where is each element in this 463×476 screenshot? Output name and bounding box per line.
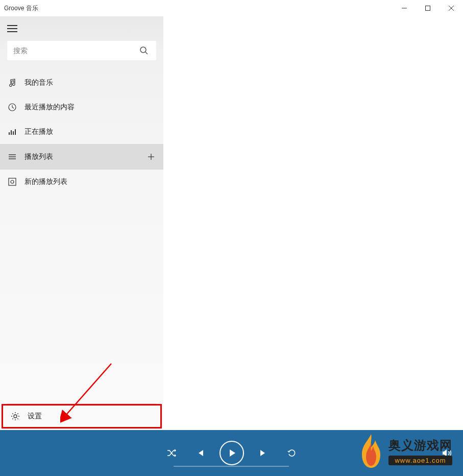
svg-rect-12: [15, 129, 16, 135]
volume-area: [437, 430, 456, 476]
repeat-icon: [287, 448, 297, 458]
nav-label: 最近播放的内容: [25, 103, 156, 112]
svg-rect-11: [13, 131, 14, 135]
shuffle-button[interactable]: [162, 444, 181, 462]
window-controls: [393, 0, 463, 16]
search-button[interactable]: [138, 46, 150, 55]
equalizer-icon: [7, 127, 17, 137]
add-playlist-button[interactable]: [146, 152, 156, 162]
search-input[interactable]: [13, 46, 138, 55]
plus-icon: [147, 153, 155, 161]
play-icon: [227, 448, 237, 458]
nav-recent[interactable]: 最近播放的内容: [0, 95, 163, 120]
main-content: [163, 16, 463, 430]
play-button[interactable]: [220, 441, 244, 465]
app-body: 我的音乐 最近播放的内容 正在播放 播放列表: [0, 16, 463, 430]
hamburger-icon: [7, 25, 17, 26]
search-icon: [139, 46, 149, 55]
svg-line-5: [145, 52, 148, 54]
playlist-icon: [7, 152, 17, 162]
minimize-button[interactable]: [393, 0, 416, 16]
hamburger-row: [0, 16, 163, 41]
svg-rect-18: [9, 178, 16, 185]
music-note-icon: [7, 78, 17, 88]
svg-point-4: [140, 47, 146, 53]
skip-previous-icon: [195, 448, 205, 458]
search-row: [0, 41, 163, 64]
maximize-button[interactable]: [416, 0, 440, 16]
close-icon: [449, 6, 454, 11]
clock-icon: [7, 102, 17, 112]
nav-list: 我的音乐 最近播放的内容 正在播放 播放列表: [0, 64, 163, 194]
progress-bar[interactable]: [174, 466, 289, 467]
shuffle-icon: [166, 448, 177, 458]
svg-point-19: [11, 180, 14, 183]
maximize-icon: [425, 6, 430, 11]
window-title: Groove 音乐: [4, 4, 38, 13]
player-controls: [162, 441, 301, 465]
svg-rect-10: [11, 130, 12, 135]
search-box[interactable]: [7, 41, 156, 60]
previous-button[interactable]: [191, 444, 209, 462]
svg-line-8: [12, 107, 14, 108]
volume-icon: [441, 447, 452, 459]
nav-my-music[interactable]: 我的音乐: [0, 70, 163, 95]
svg-rect-1: [426, 6, 430, 11]
volume-button[interactable]: [437, 444, 456, 462]
svg-point-21: [14, 415, 17, 418]
minimize-icon: [402, 6, 407, 11]
nav-label: 设置: [28, 412, 153, 421]
nav-new-playlist[interactable]: 新的播放列表: [0, 170, 163, 194]
nav-label: 新的播放列表: [25, 177, 156, 186]
nav-label: 正在播放: [25, 127, 156, 136]
nav-playlists[interactable]: 播放列表: [0, 145, 163, 169]
nav-now-playing[interactable]: 正在播放: [0, 120, 163, 144]
repeat-button[interactable]: [283, 444, 301, 462]
nav-label: 我的音乐: [25, 78, 156, 87]
nav-settings[interactable]: 设置: [2, 404, 162, 429]
gear-icon: [10, 411, 20, 421]
svg-rect-9: [9, 132, 10, 135]
titlebar: Groove 音乐: [0, 0, 463, 16]
nav-label: 播放列表: [25, 152, 146, 161]
hamburger-button[interactable]: [7, 25, 17, 32]
sidebar: 我的音乐 最近播放的内容 正在播放 播放列表: [0, 16, 163, 430]
skip-next-icon: [258, 448, 269, 458]
next-button[interactable]: [254, 444, 273, 462]
sidebar-bottom: 设置: [0, 403, 163, 430]
player-bar: [0, 430, 463, 476]
new-playlist-icon: [7, 177, 17, 187]
close-button[interactable]: [440, 0, 463, 16]
